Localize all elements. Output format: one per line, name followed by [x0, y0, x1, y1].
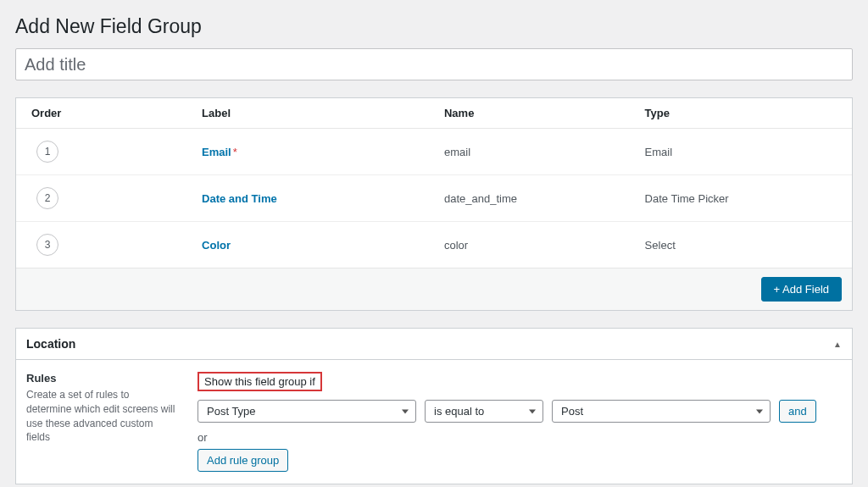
rules-heading: Rules	[26, 372, 177, 385]
fields-table: Order Label Name Type 1 Email* email Ema…	[16, 98, 852, 268]
field-name: email	[434, 129, 635, 175]
header-name: Name	[434, 98, 635, 129]
header-order: Order	[16, 98, 192, 129]
fields-footer: + Add Field	[16, 268, 852, 310]
show-if-highlight: Show this field group if	[198, 372, 322, 391]
table-header: Order Label Name Type	[16, 98, 852, 129]
rule-param-select[interactable]: Post Type	[198, 400, 416, 423]
field-label-link[interactable]: Email	[202, 146, 231, 158]
order-badge[interactable]: 1	[36, 141, 58, 163]
field-type: Date Time Picker	[635, 175, 852, 222]
field-label-link[interactable]: Date and Time	[202, 192, 277, 205]
triangle-up-icon[interactable]: ▲	[833, 340, 842, 349]
header-label: Label	[192, 98, 434, 129]
rules-help: Create a set of rules to determine which…	[26, 388, 177, 445]
order-badge[interactable]: 3	[36, 234, 58, 256]
rule-or-label: or	[198, 431, 842, 444]
rule-and-button[interactable]: and	[779, 400, 816, 423]
add-rule-group-button[interactable]: Add rule group	[198, 449, 288, 472]
field-label-link[interactable]: Color	[202, 239, 231, 252]
location-title: Location	[26, 337, 75, 351]
field-name: date_and_time	[434, 175, 635, 222]
fields-panel: Order Label Name Type 1 Email* email Ema…	[15, 97, 853, 311]
title-input[interactable]	[15, 48, 853, 80]
location-panel: Location ▲ Rules Create a set of rules t…	[15, 328, 853, 484]
rule-row: Post Type is equal to Post and	[198, 400, 842, 423]
table-row[interactable]: 3 Color color Select	[16, 222, 852, 268]
location-header[interactable]: Location ▲	[16, 329, 852, 360]
table-row[interactable]: 1 Email* email Email	[16, 129, 852, 175]
add-field-button[interactable]: + Add Field	[761, 277, 842, 302]
header-type: Type	[635, 98, 852, 129]
field-name: color	[434, 222, 635, 268]
required-star-icon: *	[233, 146, 237, 158]
table-row[interactable]: 2 Date and Time date_and_time Date Time …	[16, 175, 852, 222]
rule-operator-select[interactable]: is equal to	[425, 400, 543, 423]
order-badge[interactable]: 2	[36, 187, 58, 209]
page-title: Add New Field Group	[15, 15, 853, 38]
field-type: Select	[635, 222, 852, 268]
field-type: Email	[635, 129, 852, 175]
rule-value-select[interactable]: Post	[552, 400, 771, 423]
